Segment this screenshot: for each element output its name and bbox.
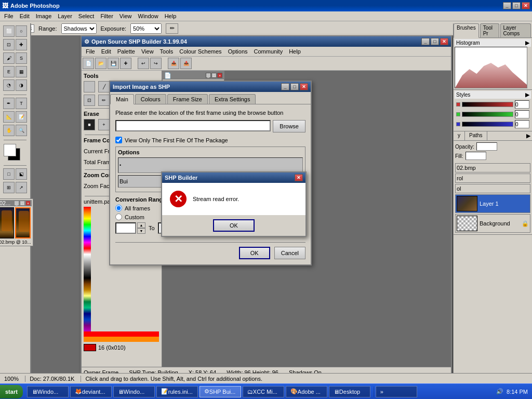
- taskbar-item-8[interactable]: »: [376, 386, 417, 397]
- shp-menu-colour[interactable]: Colour Schemes: [176, 47, 224, 56]
- blue-value[interactable]: [515, 120, 529, 128]
- import-ok-btn[interactable]: OK: [239, 247, 270, 259]
- ps-close-btn[interactable]: ✕: [522, 2, 530, 9]
- brush-options-btn[interactable]: ✏: [166, 23, 178, 34]
- ps-tool-notes[interactable]: 📝: [16, 111, 27, 123]
- range-select[interactable]: Shadows: [61, 23, 97, 34]
- shp-menu-edit[interactable]: Edit: [98, 47, 114, 56]
- tab-toolpr[interactable]: Tool Pr: [480, 23, 499, 37]
- import-viewonly-check[interactable]: [115, 137, 122, 143]
- shp-close-btn[interactable]: ✕: [440, 38, 448, 45]
- shp-tool-7[interactable]: ✏: [98, 95, 110, 106]
- ps-tool-eraser[interactable]: E: [3, 66, 15, 77]
- ps-menu-layer[interactable]: Layer: [55, 12, 75, 20]
- shp-erase-1[interactable]: ■: [84, 119, 95, 130]
- import-dialog-max[interactable]: □: [290, 83, 299, 90]
- ps-mode-normal[interactable]: □: [3, 168, 15, 180]
- ps-mini-max[interactable]: □: [20, 201, 25, 206]
- ps-tool-path[interactable]: ✒: [3, 98, 15, 109]
- taskbar-item-4[interactable]: ⚙ SHP Bui...: [200, 386, 241, 397]
- ps-tool-crop[interactable]: ⊡: [3, 39, 15, 50]
- inner-max[interactable]: □: [211, 73, 217, 78]
- ps-menu-view[interactable]: View: [116, 12, 135, 20]
- import-dialog-close[interactable]: ✕: [300, 83, 308, 90]
- import-cancel-btn[interactable]: Cancel: [274, 247, 305, 259]
- shp-tool-1[interactable]: [84, 81, 95, 92]
- ps-tool-gradient[interactable]: ▦: [16, 66, 27, 77]
- inner-min[interactable]: _: [206, 73, 211, 78]
- histogram-arrow[interactable]: ▶: [525, 39, 529, 46]
- shp-redo-btn[interactable]: ↪: [150, 58, 162, 69]
- ps-menu-help[interactable]: Help: [162, 12, 180, 20]
- shp-menu-community[interactable]: Community: [251, 47, 286, 56]
- fill-input[interactable]: 100%: [466, 152, 486, 160]
- ps-menu-select[interactable]: Select: [75, 12, 98, 20]
- ps-menu-file[interactable]: File: [1, 12, 17, 20]
- ps-tool-brush[interactable]: 🖌: [3, 52, 15, 64]
- shp-menu-palette[interactable]: Palette: [114, 47, 138, 56]
- blue-slider[interactable]: [462, 122, 513, 127]
- ps-tool-zoom[interactable]: 🔍: [16, 125, 27, 136]
- ps-menu-image[interactable]: Image: [33, 12, 55, 20]
- ps-tool-measure[interactable]: 📐: [3, 111, 15, 123]
- ps-menu-edit[interactable]: Edit: [17, 12, 33, 20]
- import-tab-framesize[interactable]: Frame Size: [167, 94, 208, 104]
- ps-mini-min[interactable]: _: [14, 201, 19, 206]
- ps-menu-window[interactable]: Window: [135, 12, 162, 20]
- ps-jump-to[interactable]: ↗: [16, 182, 27, 193]
- ps-layer1-row[interactable]: Layer 1: [455, 194, 530, 213]
- import-custom-radio[interactable]: [115, 214, 122, 220]
- ps-tool-lasso[interactable]: ○: [16, 25, 27, 37]
- taskbar-item-2[interactable]: 🖥 Windo...: [113, 386, 155, 397]
- taskbar-item-5[interactable]: 🗂 XCC Mi...: [243, 386, 284, 397]
- shp-menu-tools[interactable]: Tools: [157, 47, 177, 56]
- import-allframes-radio[interactable]: [115, 205, 122, 211]
- shp-erase-2[interactable]: +: [98, 119, 110, 130]
- taskbar-item-6[interactable]: 🎨 Adobe ...: [286, 386, 327, 397]
- ps-maximize-btn[interactable]: □: [512, 2, 521, 9]
- shp-undo-btn[interactable]: ↩: [138, 58, 149, 69]
- ps-fg-color[interactable]: [4, 144, 16, 156]
- import-from-input[interactable]: 0: [115, 222, 136, 234]
- ps-mini-close[interactable]: ×: [25, 201, 31, 206]
- ps-tool-heal[interactable]: ✚: [16, 39, 27, 50]
- shp-open-btn[interactable]: 📂: [95, 58, 107, 69]
- ps-tool-blur[interactable]: ◔: [3, 79, 15, 91]
- exposure-select[interactable]: 50%: [130, 23, 162, 34]
- shp-export-btn[interactable]: 📤: [180, 58, 192, 69]
- import-dialog-min[interactable]: _: [281, 83, 289, 90]
- layers-arrow[interactable]: ▶: [525, 131, 532, 140]
- ps-tool-type[interactable]: T: [16, 98, 27, 109]
- taskbar-item-7[interactable]: 🖥 Desktop: [329, 386, 370, 397]
- ps-menu-filter[interactable]: Filter: [97, 12, 116, 20]
- ps-tool-stamp[interactable]: S: [16, 52, 27, 64]
- shp-add-btn[interactable]: +: [120, 58, 131, 69]
- shp-maximize-btn[interactable]: □: [431, 38, 439, 45]
- shp-menu-help[interactable]: Help: [286, 47, 304, 56]
- shp-new-btn[interactable]: 📄: [83, 58, 94, 69]
- red-slider[interactable]: [462, 102, 513, 107]
- shp-tool-6[interactable]: ⊡: [84, 95, 95, 106]
- tab-layercomps[interactable]: Layer Comps: [500, 23, 531, 37]
- green-slider[interactable]: [462, 112, 513, 117]
- ps-tool-dodge[interactable]: ◑: [16, 79, 27, 91]
- import-from-up[interactable]: ▲: [137, 222, 145, 228]
- shp-import-btn[interactable]: 📥: [168, 58, 179, 69]
- shp-save-btn[interactable]: 💾: [108, 58, 119, 69]
- import-filepath-input[interactable]: D:\Westwood\SUN\A Dieing World\o2k_0000.…: [115, 120, 271, 131]
- shp-tool-2[interactable]: ╱: [98, 81, 110, 92]
- ps-tool-select-rect[interactable]: ⬜: [3, 25, 15, 37]
- tab-paths[interactable]: Paths: [465, 131, 487, 140]
- import-tab-main[interactable]: Main: [110, 94, 134, 104]
- green-value[interactable]: [515, 110, 529, 118]
- start-button[interactable]: start: [0, 385, 23, 398]
- shp-menu-options[interactable]: Options: [225, 47, 251, 56]
- error-dialog-close[interactable]: ✕: [295, 174, 303, 181]
- tab-layers-label[interactable]: y: [454, 131, 465, 140]
- ps-screen-mode[interactable]: ⊞: [3, 182, 15, 193]
- ps-mode-quick[interactable]: ⬕: [16, 168, 27, 180]
- shp-menu-file[interactable]: File: [83, 47, 98, 56]
- opacity-input[interactable]: 100%: [476, 142, 497, 151]
- ps-tool-hand[interactable]: ✋: [3, 125, 15, 136]
- import-tab-extra[interactable]: Extra Settings: [209, 94, 256, 104]
